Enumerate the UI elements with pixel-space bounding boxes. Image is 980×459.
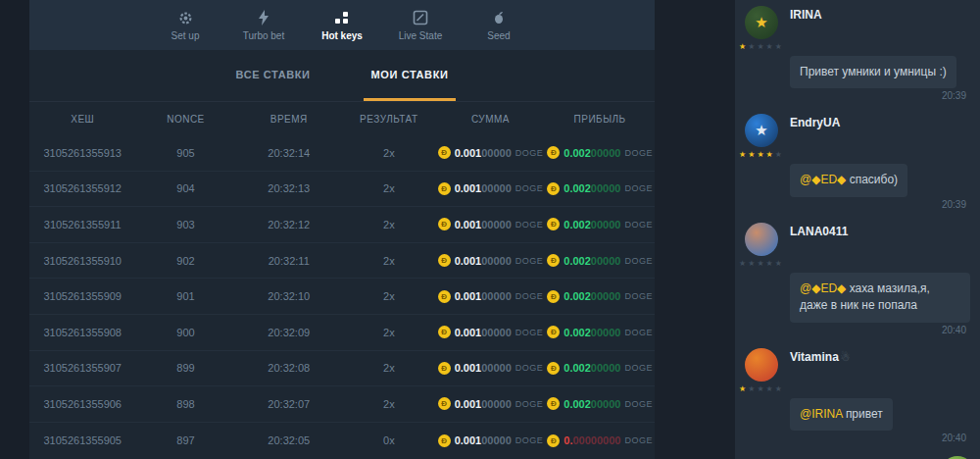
avatar[interactable] [745,223,778,256]
star-empty-icon: ★ [775,42,784,51]
bet-result: 2x [342,219,436,230]
doge-coin-icon: Đ [547,362,560,375]
doge-coin-icon: Đ [547,326,560,338]
doge-coin-icon: Đ [547,182,560,195]
toolbar: Set upTurbo betHot keysLive StateSeed [29,0,655,50]
star-empty-icon: ★ [775,259,784,268]
chat-username[interactable]: LANA0411 [790,223,848,238]
bet-result: 2x [342,147,436,159]
chat-username[interactable]: EndryUA [790,114,840,129]
seed-icon [491,10,507,26]
chat-username[interactable]: Vitamina☃ [790,348,851,364]
bet-nonce: 898 [135,398,235,410]
bet-hash: 3105261355910 [29,255,135,267]
chat-panel[interactable]: ★★★★★★IRINAПривет умники и умницы :)20:3… [735,0,980,459]
table-row-bet[interactable]: 310526135590890020:32:092xĐ0.00100000DOG… [29,315,655,351]
toolbar-item-label: Live State [399,30,442,41]
amount-value: 0.00200000 [564,182,620,194]
star-filled-icon: ★ [739,384,748,393]
toolbar-item-seed[interactable]: Seed [470,10,527,41]
currency-label: DOGE [515,220,544,230]
amount-value: 0.00000000 [564,434,620,446]
chat-message-lana0411: ★★★★★LANA0411@◆ED◆ хаха мазила,я, даже в… [745,223,970,335]
bet-time: 20:32:08 [236,362,342,374]
user-mention[interactable]: @IRINA [800,407,843,421]
star-empty-icon: ★ [775,150,784,159]
bet-time: 20:32:12 [236,219,342,230]
bet-profit: Đ0.00200000DOGE [545,290,655,303]
table-row-bet[interactable]: 310526135591190320:32:122xĐ0.00100000DOG… [29,207,655,243]
table-row-bet[interactable]: 310526135590789920:32:082xĐ0.00100000DOG… [29,351,655,387]
table-row-bet[interactable]: 310526135591390520:32:142xĐ0.00100000DOG… [29,135,655,172]
amount-value: 0.00100000 [455,219,512,230]
currency-label: DOGE [624,148,653,158]
doge-coin-icon: Đ [547,434,560,447]
bet-result: 2x [342,290,436,302]
hotkeys-icon [334,10,350,26]
bet-time: 20:32:13 [236,182,342,194]
toolbar-item-turbo-bet[interactable]: Turbo bet [235,10,292,41]
avatar[interactable]: ★ [745,114,778,147]
amount-value: 0.00100000 [455,182,512,194]
bet-amount: Đ0.00100000DOGE [436,218,546,230]
doge-coin-icon: Đ [438,182,451,195]
doge-coin-icon: Đ [438,362,451,375]
bet-nonce: 900 [135,327,235,338]
chat-message-bubble: @◆ED◆ спасибо) [790,164,907,196]
bet-profit: Đ0.00200000DOGE [545,326,655,338]
star-empty-icon: ★ [757,42,765,51]
doge-coin-icon: Đ [438,290,451,303]
tab-все-ставки[interactable]: ВСЕ СТАВКИ [228,50,318,101]
currency-label: DOGE [515,291,544,301]
toolbar-item-set-up[interactable]: Set up [157,10,214,41]
table-row-bet[interactable]: 310526135590990120:32:102xĐ0.00100000DOG… [29,279,655,315]
currency-label: DOGE [624,183,653,193]
table-row-bet[interactable]: 310526135591090220:32:112xĐ0.00100000DOG… [29,243,655,280]
bet-nonce: 897 [135,434,235,446]
avatar[interactable]: ★ [745,6,778,39]
table-row-bet[interactable]: 310526135590689820:32:072xĐ0.00100000DOG… [29,386,655,423]
avatar[interactable] [745,348,778,382]
bet-hash: 3105261355906 [29,398,135,410]
bet-nonce: 904 [135,182,235,194]
currency-label: DOGE [624,291,653,301]
table-row-bet[interactable]: 310526135591290420:32:132xĐ0.00100000DOG… [29,172,655,208]
amount-value: 0.00100000 [455,147,512,159]
bet-result: 2x [342,255,436,267]
toolbar-item-live-state[interactable]: Live State [392,10,449,41]
toolbar-item-label: Hot keys [321,30,363,41]
currency-label: DOGE [624,256,653,266]
toolbar-item-hot-keys[interactable]: Hot keys [314,10,370,41]
chat-username[interactable]: IRINA [790,6,822,22]
star-filled-icon: ★ [757,150,765,159]
column-header-nonce: NONCE [135,114,235,125]
amount-value: 0.00200000 [564,398,620,410]
doge-coin-icon: Đ [438,218,451,230]
currency-label: DOGE [624,435,653,445]
user-rating-stars: ★★★★★ [739,384,784,393]
currency-label: DOGE [515,435,544,445]
star-empty-icon: ★ [739,259,748,268]
star-filled-icon: ★ [739,42,748,51]
amount-value: 0.00100000 [455,362,512,374]
bet-profit: Đ0.00200000DOGE [545,254,655,267]
amount-value: 0.00100000 [455,327,512,338]
doge-coin-icon: Đ [547,218,560,230]
bet-amount: Đ0.00100000DOGE [436,362,546,375]
bet-amount: Đ0.00100000DOGE [436,146,546,159]
amount-value: 0.00200000 [564,327,620,338]
tab-мои-ставки[interactable]: МОИ СТАВКИ [364,50,457,101]
column-header-сумма: СУММА [436,114,546,125]
user-mention[interactable]: @◆ED◆ [800,173,846,186]
bet-time: 20:32:11 [236,255,342,267]
bet-hash: 3105261355908 [29,327,135,338]
table-row-bet[interactable]: 310526135590589720:32:050xĐ0.00100000DOG… [29,423,655,459]
column-header-время: ВРЕМЯ [236,114,342,125]
doge-coin-icon: Đ [438,434,451,447]
user-mention[interactable]: @◆ED◆ [800,281,846,295]
bet-nonce: 905 [135,147,235,159]
toolbar-item-label: Seed [487,30,510,41]
bet-time: 20:32:07 [236,398,342,410]
live-chart-icon [413,10,428,26]
star-empty-icon: ★ [766,384,775,393]
